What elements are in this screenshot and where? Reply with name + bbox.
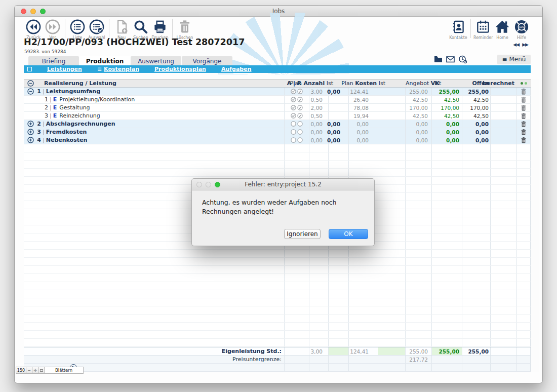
summary-row-preisuntergrenze: Preisuntergrenze: 217,72 [24, 356, 531, 364]
collapse-all-icon [27, 80, 34, 87]
dialog-zoom-icon[interactable] [215, 182, 220, 187]
row-expander[interactable] [24, 112, 37, 120]
record-pager: ◀◀▶▶ [510, 42, 528, 47]
angebot-vk-value: 170,00 [406, 104, 432, 111]
empty-table-row[interactable] [24, 258, 531, 266]
printer-icon [152, 19, 168, 35]
table-row[interactable]: 1|Leistungsumfang 3,00 0,00 124,41 255,0… [24, 88, 531, 96]
col-plan-kosten-ist[interactable]: Plan Kosten Ist [349, 80, 406, 87]
table-row[interactable]: 2|Abschlagsrechnungen 0,00 0,00 0,00 0,0… [24, 120, 531, 128]
table-row[interactable]: 4|Nebenkosten 0,00 0,00 0,00 0,00 0,00 0… [24, 136, 531, 144]
empty-table-row[interactable] [24, 315, 531, 323]
delete-row-button[interactable] [517, 88, 531, 95]
next-record-icon[interactable]: ▶▶ [522, 42, 528, 47]
ar-status[interactable] [284, 88, 309, 95]
scrollbar-track[interactable] [531, 79, 539, 372]
table-row[interactable]: 2|EGestaltung 2,00 78,08 170,00 170,00 1… [24, 104, 531, 112]
summary-angebot: 255,00 [406, 347, 432, 355]
select-all-checkbox[interactable] [27, 67, 32, 71]
collapse-all-button[interactable] [24, 80, 37, 87]
toolbar-divider [65, 19, 65, 38]
delete-row-button[interactable] [517, 128, 531, 136]
row-expander[interactable] [24, 96, 37, 103]
delete-row-button[interactable] [517, 136, 531, 144]
subtab-kostenplan[interactable]: ≡Kostenplan [97, 66, 139, 72]
new-document-icon [113, 19, 130, 35]
reminder-button[interactable]: Reminder [473, 19, 493, 40]
empty-table-row[interactable] [24, 274, 531, 282]
empty-table-row[interactable] [24, 298, 531, 306]
ok-button[interactable]: OK [329, 229, 368, 239]
empty-table-row[interactable] [24, 323, 531, 331]
summary-row-eigenleistung: Eigenleistung Std.: 3,00 124,41 255,00 2… [24, 347, 531, 356]
delete-row-button[interactable] [517, 120, 531, 128]
ist-value: 170,00 [432, 104, 462, 111]
clock-settings-icon[interactable] [458, 55, 467, 64]
empty-table-row[interactable] [24, 169, 531, 177]
expander-icon [27, 88, 34, 95]
mail-icon[interactable] [446, 55, 455, 63]
berechnet-value [491, 120, 517, 128]
empty-table-row[interactable] [24, 290, 531, 298]
empty-table-row[interactable] [24, 339, 531, 347]
row-expander[interactable] [24, 104, 37, 111]
r-check-icon [297, 113, 303, 119]
tab-vorgaenge[interactable]: Vorgänge [182, 56, 232, 66]
prev-record-icon[interactable]: ◀◀ [513, 42, 519, 47]
empty-table-row[interactable] [24, 306, 531, 315]
menu-button[interactable]: ≡ Menü [497, 55, 531, 64]
row-expander[interactable] [24, 120, 37, 128]
ar-status[interactable] [284, 112, 309, 120]
dialog-close-icon[interactable] [196, 182, 202, 187]
page-mode[interactable]: Blättern [44, 367, 84, 374]
ist-anzahl-value: 0,00 [329, 128, 349, 136]
empty-table-row[interactable] [24, 152, 531, 161]
berechnet-value [491, 104, 517, 111]
subtab-leistungen[interactable]: Leistungen [47, 66, 82, 72]
subtab-produktionsplan[interactable]: Produktionsplan [154, 66, 206, 72]
dialog-minimize-icon[interactable] [206, 182, 211, 187]
ar-status[interactable] [284, 104, 309, 111]
empty-table-row[interactable] [24, 144, 531, 152]
delete-row-button[interactable] [517, 112, 531, 120]
help-button[interactable]: SOS Hilfe [512, 19, 531, 40]
col-berechnet[interactable]: berechnet [491, 80, 517, 87]
ar-status[interactable] [284, 96, 309, 103]
ar-status[interactable] [284, 136, 309, 144]
ignore-button[interactable]: Ignorieren [284, 229, 321, 239]
home-button[interactable]: Home [493, 19, 512, 40]
empty-table-row[interactable] [24, 331, 531, 339]
r-check-icon [297, 137, 303, 143]
subtab-aufgaben[interactable]: Aufgaben [221, 66, 252, 72]
tab-auswertung[interactable]: Auswertung [131, 56, 181, 66]
table-row[interactable]: 3|Fremdkosten 0,00 0,00 0,00 0,00 0,00 0… [24, 128, 531, 136]
summary-row-extra: ↻ [24, 364, 531, 372]
delete-row-button[interactable] [517, 96, 531, 103]
folder-icon[interactable] [434, 55, 443, 63]
record-title: H2/1700/PP/093 (HOCHZWEI) Test 28072017 [24, 37, 245, 47]
toolbar-divider [470, 19, 471, 38]
summary-offen: 255,00 [462, 347, 491, 355]
ar-status[interactable] [284, 128, 309, 136]
col-realisierung[interactable]: Realisierung / Leistung [37, 80, 284, 87]
delete-row-button[interactable] [517, 104, 531, 111]
empty-table-row[interactable] [24, 161, 531, 169]
empty-table-row[interactable] [24, 266, 531, 274]
row-expander[interactable] [24, 136, 37, 144]
empty-table-row[interactable] [24, 250, 531, 258]
table-row[interactable]: 1|EProjektleitung/Koordination 0,50 26,4… [24, 96, 531, 104]
ar-status[interactable] [284, 120, 309, 128]
ist-kosten-value [378, 104, 406, 111]
main-tabs: Briefing Produktion Auswertung Vorgänge [28, 56, 233, 66]
table-row[interactable]: 3|EReinzeichnung 0,50 19,94 42,50 42,50 … [24, 112, 531, 120]
empty-table-row[interactable] [24, 282, 531, 290]
row-expander[interactable] [24, 128, 37, 136]
window-titlebar: Jobs [15, 6, 542, 17]
zoom-level[interactable]: 150 [16, 367, 26, 374]
row-expander[interactable] [24, 88, 37, 95]
tab-produktion[interactable]: Produktion [79, 56, 130, 66]
col-angebot-vk-ist[interactable]: Angebot VKIst [406, 80, 462, 87]
contacts-button[interactable]: Kontakte [449, 19, 468, 40]
angebot-vk-value: 255,00 [406, 88, 432, 95]
tab-briefing[interactable]: Briefing [28, 56, 79, 66]
